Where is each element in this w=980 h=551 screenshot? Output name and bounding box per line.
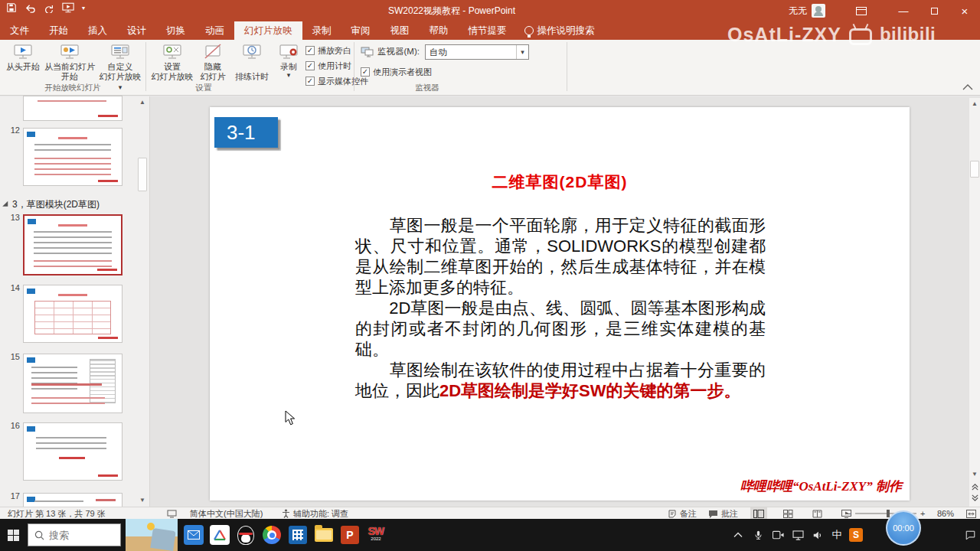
tray-speaker-icon[interactable] [808, 519, 827, 551]
save-icon[interactable] [6, 2, 17, 13]
next-slide-button[interactable] [969, 493, 980, 503]
tab-design[interactable]: 设计 [117, 21, 156, 40]
slide-canvas[interactable]: 3-1 二维草图(2D草图) 草图一般是一个平面轮廓，用于定义特征的截面形状、尺… [210, 107, 910, 500]
start-button[interactable] [0, 519, 26, 551]
weather-widget[interactable] [126, 519, 178, 551]
tell-me-label: 操作说明搜索 [537, 24, 595, 37]
taskbar-app-meeting[interactable] [208, 519, 231, 551]
slide-body-text: 草图一般是一个平面轮廓，用于定义特征的截面形状、尺寸和位置。通常，SOLIDWO… [355, 215, 766, 401]
chevron-down-icon: ▾ [516, 45, 528, 59]
tell-me-search[interactable]: 操作说明搜索 [517, 21, 603, 40]
thumbnail-slide-14[interactable] [23, 285, 122, 343]
use-presenter-view-checkbox[interactable]: ✓ 使用演示者视图 [361, 64, 432, 80]
tab-slideshow-active[interactable]: 幻灯片放映 [234, 21, 302, 40]
thumbnail-preview [34, 500, 83, 505]
setup-slideshow-button[interactable]: 设置 幻灯片放映 [151, 41, 194, 82]
scroll-up-icon[interactable]: ▲ [969, 98, 980, 110]
tray-s-app-icon[interactable]: S [847, 519, 865, 551]
taskbar-app-file-explorer[interactable] [312, 519, 335, 551]
avatar[interactable] [812, 4, 825, 18]
undo-icon[interactable] [24, 3, 36, 13]
thumbnail-red-line [96, 499, 116, 501]
previous-slide-button[interactable] [969, 482, 980, 492]
thumbnail-preview [34, 158, 111, 178]
accessibility-status[interactable]: 辅助功能: 调查 [282, 507, 348, 520]
tab-home[interactable]: 开始 [39, 21, 78, 40]
group-separator [567, 42, 567, 91]
slide-position-indicator[interactable]: 幻灯片 第 13 张，共 79 张 [8, 507, 106, 520]
zoom-in-button[interactable]: + [920, 507, 925, 520]
tab-view[interactable]: 视图 [381, 21, 420, 40]
scroll-up-icon[interactable]: ▲ [137, 96, 148, 109]
hide-slide-button[interactable]: 隐藏 幻灯片 [195, 41, 230, 82]
tab-animations[interactable]: 动画 [195, 21, 234, 40]
minimize-button[interactable]: — [888, 0, 919, 21]
section-header[interactable]: 3，草图模块(2D草图) [5, 198, 142, 211]
tab-insert[interactable]: 插入 [78, 21, 117, 40]
start-slideshow-icon[interactable] [62, 2, 74, 13]
close-button[interactable]: × [949, 0, 980, 21]
normal-view-button[interactable] [750, 507, 767, 520]
zoom-level[interactable]: 86% [937, 507, 954, 520]
tab-record[interactable]: 录制 [302, 21, 341, 40]
thumbnail-slide-17-partial[interactable] [23, 493, 122, 507]
comments-button[interactable]: 批注 [708, 507, 738, 520]
tray-display-icon[interactable] [789, 519, 807, 551]
thumbnail-slide-15[interactable] [23, 354, 122, 413]
tray-chevron-up[interactable] [729, 519, 747, 551]
recording-timer-overlay[interactable]: 00:00 [886, 510, 921, 546]
from-beginning-button[interactable]: 从头开始 [3, 41, 43, 72]
record-button[interactable]: 录制 ▾ [273, 41, 304, 78]
redo-icon[interactable] [44, 3, 54, 13]
scroll-down-icon[interactable]: ▼ [137, 494, 148, 507]
thumbnail-slide-16[interactable] [23, 422, 122, 481]
taskbar-app-qq[interactable] [234, 519, 257, 551]
display-settings-icon[interactable] [167, 507, 177, 520]
collapse-ribbon-button[interactable] [962, 83, 974, 93]
restore-button[interactable] [919, 0, 949, 21]
ime-indicator[interactable]: 中 [828, 519, 845, 551]
thumbnail-watermark [98, 115, 118, 117]
tab-transitions[interactable]: 切换 [156, 21, 195, 40]
ribbon-display-options-icon[interactable] [856, 7, 867, 15]
thumbnail-slide-12[interactable] [23, 128, 122, 186]
notes-button[interactable]: 备注 [668, 507, 697, 520]
taskbar-search[interactable] [28, 523, 121, 546]
tab-review[interactable]: 审阅 [341, 21, 381, 40]
thumbnail-slide-11-partial[interactable] [23, 96, 122, 121]
tray-microphone-icon[interactable] [749, 519, 767, 551]
checkbox-icon: ✓ [305, 46, 315, 55]
from-current-slide-button[interactable]: 从当前幻灯片 开始 [43, 41, 96, 82]
tab-file[interactable]: 文件 [0, 21, 39, 40]
account-name[interactable]: 无无 [789, 5, 807, 18]
tray-recorder-icon[interactable] [769, 519, 787, 551]
thumbnail-scrollbar[interactable]: ▲ ▼ [137, 96, 148, 507]
thumbnail-slide-13-selected[interactable] [23, 214, 122, 276]
tab-help[interactable]: 帮助 [420, 21, 459, 40]
slide-sorter-view-button[interactable] [779, 507, 796, 520]
reading-view-button[interactable] [808, 507, 825, 520]
taskbar-app-powerpoint[interactable]: P [338, 519, 361, 551]
slide-title: 二维草图(2D草图) [210, 171, 910, 193]
taskbar-app-chrome[interactable] [260, 519, 283, 551]
language-indicator[interactable]: 简体中文(中国大陆) [190, 507, 263, 520]
zoom-out-button[interactable]: − [846, 507, 851, 520]
scroll-down-icon[interactable]: ▼ [969, 468, 980, 481]
taskbar-app-solidworks[interactable]: SW2022 [364, 519, 387, 551]
fit-slide-button[interactable] [966, 507, 976, 520]
search-icon [34, 530, 44, 540]
monitor-select[interactable]: 自动 ▾ [425, 44, 529, 60]
tab-storyboard[interactable]: 情节提要 [459, 21, 517, 40]
main-scrollbar[interactable]: ▲ ▼ [969, 98, 980, 507]
scrollbar-thumb[interactable] [138, 158, 147, 191]
notification-center-button[interactable] [960, 519, 980, 551]
taskbar-app-mail[interactable] [182, 519, 205, 551]
thumbnail-number: 17 [6, 491, 20, 500]
customize-qat-icon[interactable]: ▾ [82, 5, 85, 11]
taskbar-app-calculator[interactable] [286, 519, 309, 551]
scrollbar-thumb[interactable] [970, 161, 979, 178]
screen-gear-icon [162, 43, 182, 61]
search-input[interactable] [49, 530, 110, 541]
rehearse-timings-button[interactable]: 排练计时 [232, 41, 272, 82]
thumbnail-preview [34, 231, 112, 257]
